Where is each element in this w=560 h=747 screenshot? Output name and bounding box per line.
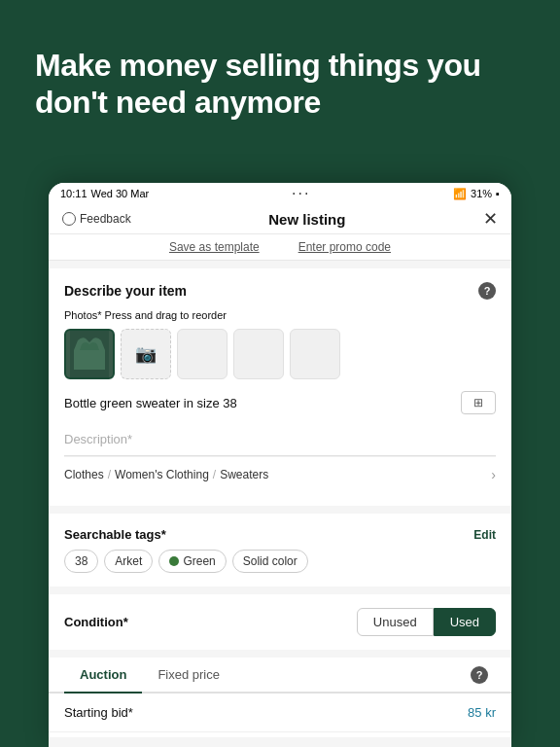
photo-slot-3[interactable] (177, 329, 228, 379)
condition-row: Condition* Unused Used (64, 608, 496, 636)
hero-section: Make money selling things you don't need… (0, 0, 560, 151)
starting-bid-value[interactable]: 85 kr (468, 705, 496, 720)
date: Wed 30 Mar (91, 188, 150, 199)
condition-label: Condition* (64, 615, 128, 629)
sub-nav: Save as template Enter promo code (49, 234, 511, 261)
camera-icon: 📷 (135, 343, 157, 365)
status-right: 📶 31% ▪ (453, 188, 500, 200)
tag-color[interactable]: Green (158, 550, 226, 573)
condition-buttons: Unused Used (357, 608, 496, 636)
tags-row: 38 Arket Green Solid color (64, 550, 496, 573)
description-field[interactable]: Description* (64, 422, 496, 456)
feedback-label: Feedback (80, 212, 131, 226)
page-title: New listing (268, 211, 345, 228)
category-level3: Sweaters (220, 468, 268, 481)
photo-thumb-1[interactable] (64, 329, 115, 379)
chevron-right-icon: › (491, 467, 496, 482)
tag-size[interactable]: 38 (64, 550, 98, 573)
add-photo-button[interactable]: 📷 (121, 329, 171, 379)
description-placeholder: Description* (64, 432, 132, 446)
tags-section: Searchable tags* Edit 38 Arket Green Sol… (49, 514, 511, 587)
tag-color-label: Green (183, 554, 215, 568)
scan-barcode-button[interactable]: ⊞ (461, 391, 496, 414)
tag-brand[interactable]: Arket (104, 550, 153, 573)
category-row[interactable]: Clothes / Women's Clothing / Sweaters › (64, 456, 496, 492)
save-template-button[interactable]: Save as template (169, 240, 260, 254)
promo-code-button[interactable]: Enter promo code (298, 240, 391, 254)
condition-section: Condition* Unused Used (49, 594, 511, 650)
starting-bid-label: Starting bid* (64, 705, 133, 720)
condition-used-button[interactable]: Used (434, 608, 496, 636)
tag-style[interactable]: Solid color (232, 550, 308, 573)
status-bar: 10:11 Wed 30 Mar ··· 📶 31% ▪ (49, 183, 511, 204)
photos-label: Photos* Press and drag to reorder (64, 309, 496, 321)
close-button[interactable]: ✕ (483, 210, 498, 228)
wifi-icon: 📶 (453, 188, 467, 200)
pricing-help: ? (471, 658, 496, 692)
feedback-circle-icon (62, 212, 76, 226)
starting-bid-row: Starting bid* 85 kr (49, 694, 511, 732)
pricing-section: Auction Fixed price ? Starting bid* 85 k… (49, 658, 511, 737)
scroll-content[interactable]: Describe your item ? Photos* Press and d… (49, 261, 511, 737)
photo-slot-4[interactable] (233, 329, 284, 379)
describe-header: Describe your item ? (64, 282, 496, 300)
category-level2: Women's Clothing (115, 468, 209, 481)
signal-text: 31% (471, 188, 492, 199)
feedback-button[interactable]: Feedback (62, 212, 131, 226)
fixed-price-row: Fixed price kr (49, 732, 511, 737)
item-title-row: Bottle green sweater in size 38 ⊞ (64, 391, 496, 414)
top-nav: Feedback New listing ✕ (49, 204, 511, 234)
battery-icon: ▪ (496, 188, 500, 199)
barcode-icon: ⊞ (473, 396, 483, 409)
edit-tags-button[interactable]: Edit (473, 528, 496, 542)
category-breadcrumb: Clothes / Women's Clothing / Sweaters (64, 468, 268, 481)
photo-slot-5[interactable] (290, 329, 340, 379)
status-dots: ··· (292, 185, 310, 202)
describe-title: Describe your item (64, 283, 187, 299)
tab-auction[interactable]: Auction (64, 658, 142, 692)
condition-unused-button[interactable]: Unused (357, 608, 434, 636)
tab-fixed-price[interactable]: Fixed price (142, 658, 235, 692)
status-left: 10:11 Wed 30 Mar (60, 188, 149, 199)
category-level1: Clothes (64, 468, 104, 481)
hero-title: Make money selling things you don't need… (35, 47, 525, 122)
pricing-help-icon[interactable]: ? (471, 666, 488, 684)
color-dot-icon (169, 556, 179, 566)
help-icon[interactable]: ? (478, 282, 496, 300)
pricing-tabs: Auction Fixed price ? (49, 658, 511, 694)
describe-section: Describe your item ? Photos* Press and d… (49, 268, 511, 506)
phone-frame: 10:11 Wed 30 Mar ··· 📶 31% ▪ Feedback Ne… (49, 183, 511, 747)
time: 10:11 (60, 188, 88, 199)
tags-header: Searchable tags* Edit (64, 527, 496, 542)
photos-row: 📷 (64, 329, 496, 379)
tags-label: Searchable tags* (64, 527, 166, 542)
item-title-text: Bottle green sweater in size 38 (64, 396, 237, 410)
